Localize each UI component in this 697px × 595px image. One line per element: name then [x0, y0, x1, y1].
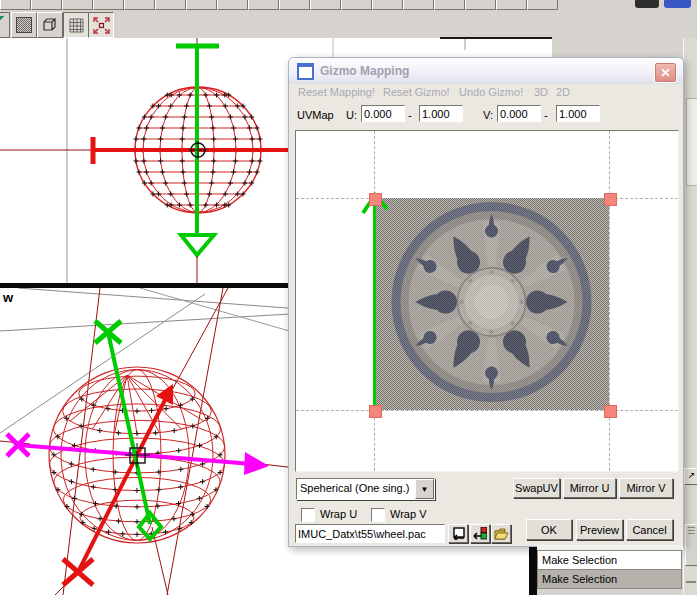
ok-button[interactable]: OK	[526, 519, 572, 540]
application-window: w	[0, 0, 697, 595]
toolbar-button-fragment[interactable]	[0, 0, 31, 10]
partial-tool-button[interactable]	[0, 12, 10, 38]
wrap-u-checkbox[interactable]	[301, 508, 315, 522]
chevron-down-icon[interactable]: ▼	[415, 479, 434, 499]
apply-texture-button[interactable]	[470, 524, 490, 543]
uv-guide-bottom	[296, 410, 678, 411]
toolbar-button-fragment[interactable]	[62, 0, 93, 10]
toolbar-button-fragment[interactable]	[403, 0, 434, 10]
toolbar-button-fragment[interactable]	[496, 0, 527, 10]
corner-arrow-icon[interactable]: ↗	[684, 468, 697, 485]
camera-icon[interactable]	[635, 0, 659, 8]
thumb-grip	[688, 527, 695, 528]
mirror-u-button[interactable]: Mirror U	[563, 478, 616, 498]
v-sep: -	[544, 109, 548, 121]
dialog-titlebar[interactable]: Gizmo Mapping ✕	[289, 58, 683, 84]
uv-guide-right	[609, 131, 610, 471]
toolbar-button-fragment[interactable]	[155, 0, 186, 10]
gizmo-center-marker[interactable]	[189, 141, 207, 159]
u-max-input[interactable]	[419, 105, 463, 122]
menu-2d[interactable]: 2D	[556, 86, 570, 98]
grid-icon	[69, 18, 84, 33]
mapping-type-dropdown[interactable]: Speherical (One sing.) ▼	[296, 478, 435, 500]
selection-list: Make Selection Make Selection	[537, 550, 682, 589]
scrollbar-mark	[686, 581, 696, 583]
gizmo-mode-button[interactable]	[88, 12, 114, 38]
wheel-texture-preview	[374, 198, 609, 410]
preview-button[interactable]: Preview	[576, 519, 623, 540]
grid-toggle-button[interactable]	[63, 12, 89, 38]
wrap-v-checkbox[interactable]	[371, 508, 385, 522]
menu-3d[interactable]: 3D	[534, 86, 548, 98]
move-gizmo-icon	[93, 17, 110, 34]
toolbar-button-fragment[interactable]	[186, 0, 217, 10]
dialog-menubar: Reset Mapping! Reset Gizmo! Undo Gizmo! …	[289, 84, 683, 102]
toolbar-button-fragment[interactable]	[527, 0, 558, 10]
toolbar-button-fragment[interactable]	[93, 0, 124, 10]
scrollbar-thumb-upper[interactable]	[686, 98, 697, 186]
toolbar-button-fragment[interactable]	[341, 0, 372, 10]
menu-reset-gizmo[interactable]: Reset Gizmo!	[383, 86, 450, 98]
cube-view-button[interactable]	[37, 12, 63, 38]
list-item-make-selection-1[interactable]: Make Selection	[537, 550, 682, 569]
toolbar-button-fragment[interactable]	[372, 0, 403, 10]
gizmo-center-marker-3d[interactable]	[125, 443, 150, 468]
thumb-grip	[688, 530, 695, 531]
gizmo-mapping-dialog: Gizmo Mapping ✕ Reset Mapping! Reset Giz…	[288, 57, 684, 547]
uv-handle-top-left[interactable]	[369, 193, 382, 206]
right-scrollbar[interactable]: ↗	[683, 38, 697, 595]
toolbar-button-fragment[interactable]	[310, 0, 341, 10]
top-toolbar-fragment	[0, 0, 600, 10]
toolbar-button-fragment[interactable]	[434, 0, 465, 10]
toolbar-button-fragment[interactable]	[31, 0, 62, 10]
scrollbar-thumb-lower[interactable]	[685, 524, 697, 566]
uv-handle-top-right[interactable]	[604, 193, 617, 206]
v-max-input[interactable]	[556, 105, 600, 122]
apply-icon	[473, 527, 487, 540]
toolbar-button-fragment[interactable]	[465, 0, 496, 10]
texture-path-input[interactable]	[295, 524, 445, 543]
gradient-fill-icon	[16, 17, 32, 33]
window-icon	[297, 63, 314, 80]
menu-reset-mapping[interactable]: Reset Mapping!	[298, 86, 375, 98]
viewport-label: w	[3, 290, 13, 305]
cancel-button[interactable]: Cancel	[626, 519, 673, 540]
thumb-grip	[688, 533, 695, 534]
blue-tool-icon[interactable]	[664, 0, 691, 8]
v-label: V:	[483, 109, 493, 121]
wheel-texture-image	[374, 198, 609, 410]
mirror-v-button[interactable]: Mirror V	[619, 478, 673, 498]
close-icon[interactable]: ✕	[654, 62, 677, 83]
partial-tool-icon	[0, 16, 8, 32]
wrap-v-label: Wrap V	[390, 508, 426, 520]
cube-icon	[42, 17, 58, 33]
v-min-input[interactable]	[497, 105, 541, 122]
toolbar-button-fragment[interactable]	[217, 0, 248, 10]
reload-texture-button[interactable]	[448, 524, 468, 543]
list-item-make-selection-2[interactable]: Make Selection	[537, 569, 682, 589]
uv-handle-bottom-left[interactable]	[369, 405, 382, 418]
u-sep: -	[408, 109, 412, 121]
uv-preview-area[interactable]	[295, 130, 679, 472]
gradient-fill-button[interactable]	[11, 12, 37, 38]
mapping-type-value: Speherical (One sing.)	[300, 482, 409, 494]
uvmap-label: UVMap	[297, 109, 334, 121]
browse-texture-button[interactable]	[491, 524, 511, 543]
toolbar-button-fragment[interactable]	[124, 0, 155, 10]
viewport-top-border	[440, 37, 552, 39]
toolbar-button-fragment[interactable]	[279, 0, 310, 10]
open-folder-icon	[494, 528, 509, 540]
revert-icon	[451, 527, 465, 540]
dialog-title: Gizmo Mapping	[320, 64, 409, 78]
uv-handle-bottom-right[interactable]	[604, 405, 617, 418]
gizmo-v-axis-line[interactable]	[373, 203, 376, 410]
swap-uv-button[interactable]: SwapUV	[513, 478, 560, 498]
toolbar-button-fragment[interactable]	[248, 0, 279, 10]
menu-undo-gizmo[interactable]: Undo Gizmo!	[459, 86, 523, 98]
u-label: U:	[346, 109, 357, 121]
u-min-input[interactable]	[361, 105, 405, 122]
wrap-u-label: Wrap U	[320, 508, 357, 520]
